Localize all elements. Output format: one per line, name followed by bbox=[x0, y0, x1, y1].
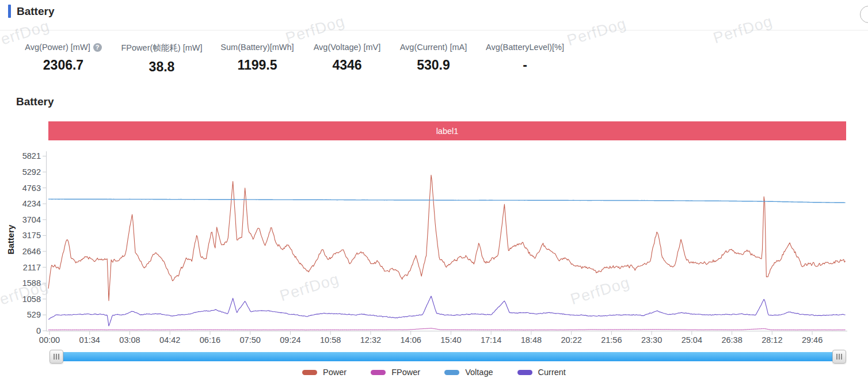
legend-item-power[interactable]: Power bbox=[302, 368, 347, 377]
stat-fpower: FPower(帧能耗) [mW] 38.8 bbox=[114, 43, 210, 75]
legend-swatch-fpower-icon bbox=[371, 370, 386, 375]
x-tick-label: 26:38 bbox=[721, 335, 742, 345]
legend-swatch-power-icon bbox=[302, 370, 317, 375]
partial-circle-icon[interactable] bbox=[860, 6, 868, 23]
perfdog-watermark: PerfDog bbox=[565, 15, 628, 50]
help-icon[interactable]: ? bbox=[93, 43, 102, 52]
x-tick-label: 25:04 bbox=[682, 335, 702, 345]
y-tick-label: 0 bbox=[36, 326, 41, 335]
stat-sum-battery: Sum(Battery)[mWh] 1199.5 bbox=[214, 43, 300, 73]
scrollbar-fill[interactable] bbox=[55, 352, 840, 361]
y-tick-label: 3175 bbox=[22, 231, 41, 240]
chart-legend: Power FPower Voltage Current bbox=[0, 368, 868, 377]
stat-value: 1199.5 bbox=[214, 58, 300, 73]
legend-item-current[interactable]: Current bbox=[517, 368, 566, 377]
stat-avg-current: Avg(Current) [mA] 530.9 bbox=[390, 43, 477, 73]
y-tick-label: 4234 bbox=[22, 199, 41, 208]
stat-value: 530.9 bbox=[390, 58, 477, 73]
legend-label: Voltage bbox=[465, 368, 493, 377]
scrollbar-right-handle[interactable] bbox=[832, 350, 846, 364]
series-line-fpower bbox=[48, 328, 846, 330]
legend-label: Power bbox=[323, 368, 347, 377]
legend-swatch-current-icon bbox=[517, 370, 532, 375]
x-tick-label: 28:12 bbox=[762, 335, 782, 345]
series-line-power bbox=[48, 175, 846, 301]
stat-avg-batterylevel: Avg(BatteryLevel)[%] - bbox=[478, 43, 572, 73]
x-tick-label: 04:42 bbox=[159, 335, 180, 345]
x-tick-label: 15:40 bbox=[440, 335, 461, 345]
scrollbar-left-handle[interactable] bbox=[50, 350, 63, 364]
y-tick-label: 2646 bbox=[22, 247, 41, 256]
stat-label-text: FPower(帧能耗) [mW] bbox=[121, 43, 203, 53]
legend-label: FPower bbox=[391, 368, 420, 377]
x-tick-label: 12:32 bbox=[360, 335, 381, 345]
x-tick-label: 06:16 bbox=[200, 335, 220, 345]
x-tick-label: 03:08 bbox=[119, 335, 140, 345]
stat-value: 4346 bbox=[304, 58, 390, 73]
y-tick-label: 5292 bbox=[22, 167, 41, 177]
stat-label-text: Avg(BatteryLevel)[%] bbox=[486, 43, 564, 52]
page-header: Battery bbox=[8, 5, 54, 18]
y-tick-label: 4763 bbox=[22, 184, 41, 193]
y-tick-label: 1588 bbox=[22, 278, 41, 288]
page-title: Battery bbox=[17, 5, 54, 18]
stat-value: 38.8 bbox=[114, 59, 210, 75]
stat-value: - bbox=[478, 58, 572, 73]
legend-label: Current bbox=[538, 368, 566, 377]
x-tick-label: 21:56 bbox=[601, 335, 622, 345]
stat-avg-power: Avg(Power) [mW] ? 2306.7 bbox=[13, 43, 114, 73]
x-tick-label: 07:50 bbox=[240, 335, 261, 345]
legend-swatch-voltage-icon bbox=[444, 370, 459, 375]
header-divider bbox=[0, 30, 868, 30]
legend-item-fpower[interactable]: FPower bbox=[371, 368, 420, 377]
x-tick-label: 09:24 bbox=[280, 335, 300, 345]
stat-label-text: Avg(Current) [mA] bbox=[400, 43, 467, 52]
y-tick-label: 3704 bbox=[22, 215, 41, 224]
y-tick-label: 5821 bbox=[22, 151, 41, 160]
x-tick-label: 20:22 bbox=[561, 335, 581, 345]
stat-label-text: Avg(Voltage) [mV] bbox=[314, 43, 381, 52]
x-tick-label: 17:14 bbox=[481, 335, 501, 345]
y-tick-label: 2117 bbox=[23, 263, 41, 272]
stat-label: Avg(Power) [mW] ? bbox=[13, 43, 114, 52]
label1-banner-text: label1 bbox=[436, 127, 459, 136]
x-tick-label: 10:58 bbox=[320, 335, 341, 345]
series-line-voltage bbox=[48, 199, 846, 202]
x-tick-label: 00:00 bbox=[39, 335, 60, 345]
section-title: Battery bbox=[16, 95, 54, 108]
title-accent-bar bbox=[8, 5, 11, 18]
x-tick-label: 23:30 bbox=[641, 335, 662, 345]
x-tick-label: 18:48 bbox=[521, 335, 542, 345]
stat-label-text: Sum(Battery)[mWh] bbox=[220, 43, 294, 52]
x-tick-label: 14:06 bbox=[401, 335, 421, 345]
label1-banner: label1 bbox=[48, 121, 846, 140]
legend-item-voltage[interactable]: Voltage bbox=[444, 368, 493, 377]
x-tick-label: 29:46 bbox=[802, 335, 823, 345]
stat-label-text: Avg(Power) [mW] bbox=[25, 43, 90, 52]
y-tick-label: 529 bbox=[27, 310, 41, 319]
series-line-current bbox=[48, 296, 846, 326]
chart-range-scrollbar[interactable] bbox=[50, 350, 846, 363]
stat-avg-voltage: Avg(Voltage) [mV] 4346 bbox=[304, 43, 390, 73]
x-tick-label: 01:34 bbox=[79, 335, 100, 345]
battery-chart-plot[interactable]: 0529105815882117264631753704423447635292… bbox=[0, 147, 868, 348]
y-tick-label: 1058 bbox=[22, 295, 41, 304]
stat-value: 2306.7 bbox=[13, 58, 114, 73]
